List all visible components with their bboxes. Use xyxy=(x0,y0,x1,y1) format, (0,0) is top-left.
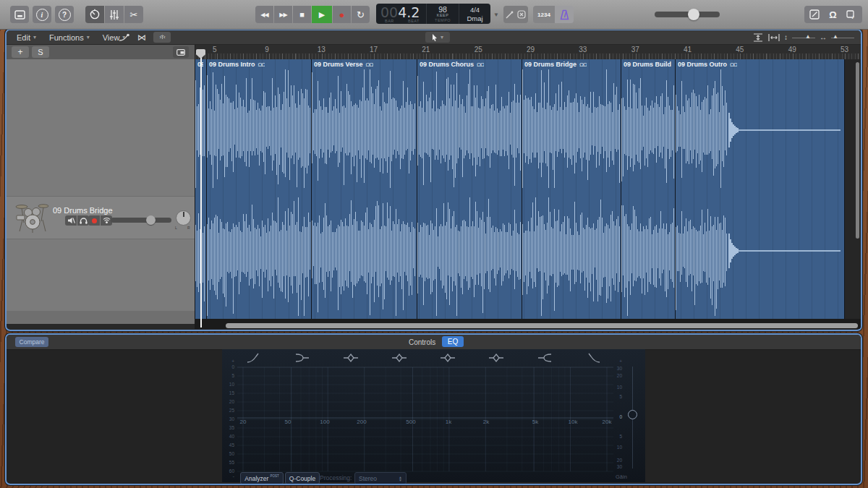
eq-freq-label: 10k xyxy=(569,419,578,425)
eq-db-label: 5 xyxy=(223,373,234,378)
lcd-display[interactable]: 004.2 BAR BEAT 98 KEEP TEMPO 4/4 Dmaj xyxy=(376,4,490,24)
region-name: 09 Drums Bridge xyxy=(524,61,576,68)
mute-solo-group xyxy=(65,215,89,226)
track-header-config-button[interactable] xyxy=(173,46,189,58)
playhead-line[interactable] xyxy=(200,50,202,328)
horizontal-zoom-icon: ↔ xyxy=(820,33,827,41)
view-mode-group: ✂ xyxy=(85,6,143,23)
solo-label: S xyxy=(38,48,43,56)
record-button[interactable]: ● xyxy=(333,6,351,23)
media-browser-button[interactable]: ♪ xyxy=(846,9,857,20)
region-09-drums-bridge[interactable]: 09 Drums BridgeΩΩ xyxy=(524,61,587,68)
eq-db-label: 40 xyxy=(223,434,234,439)
count-in-button[interactable]: 1234 xyxy=(533,6,555,23)
join-regions-icon[interactable]: ⋈ xyxy=(137,33,146,43)
track-volume-thumb[interactable] xyxy=(146,215,156,225)
track-volume-slider[interactable] xyxy=(111,218,171,223)
ruler-bar-label: 45 xyxy=(736,46,744,53)
bar-ruler[interactable]: 591317212529333741454953 xyxy=(195,45,861,59)
count-in-metronome-group: 1234 xyxy=(533,6,574,23)
region-09-drums-outro[interactable]: 09 Drums OutroΩΩ xyxy=(678,61,737,68)
record-enable-button[interactable] xyxy=(88,215,100,226)
headphones-icon xyxy=(80,217,88,224)
pan-knob[interactable] xyxy=(176,210,191,226)
tab-controls[interactable]: Controls xyxy=(409,337,435,347)
eq-gain-scale-label: + xyxy=(610,359,622,364)
mixer-button[interactable] xyxy=(105,6,124,23)
ruler-bar-label: 9 xyxy=(265,46,269,53)
eq-freq-label: 20k xyxy=(603,419,612,425)
lcd-chevron-icon[interactable]: ▼ xyxy=(493,12,499,18)
chevron-down-icon: ▾ xyxy=(33,34,36,40)
stop-button[interactable]: ■ xyxy=(293,6,311,23)
cycle-button[interactable]: ↻ xyxy=(352,6,370,23)
horizontal-zoom-slider[interactable]: ▲ xyxy=(831,33,854,42)
lcd-bar-ghost: 00 xyxy=(380,4,398,20)
quick-help-button[interactable]: ? xyxy=(55,6,74,23)
tuner-icon[interactable] xyxy=(506,11,514,19)
loop-browser-button[interactable]: Ω xyxy=(829,9,836,20)
main-toolbar: i ? ✂ ◀◀ ▶▶ ■ ▶ ● ↻ 004.2 BAR BEAT xyxy=(0,0,868,30)
notepad-button[interactable] xyxy=(809,9,820,20)
cut-sections-button[interactable]: ✂ xyxy=(124,6,143,23)
autopunch-icon[interactable] xyxy=(517,10,526,19)
master-volume-slider[interactable] xyxy=(655,12,720,17)
project-media-button[interactable] xyxy=(10,6,29,23)
eq-graph[interactable] xyxy=(222,349,645,482)
vertical-zoom-thumb[interactable]: ▲ xyxy=(805,33,811,40)
ruler-bar-label: 37 xyxy=(631,46,639,53)
eq-gain-scale-label: 5 xyxy=(610,434,622,439)
vertical-scrollbar[interactable] xyxy=(856,62,859,239)
add-track-button[interactable]: + xyxy=(12,46,29,58)
loop-icon: ΩΩ xyxy=(477,61,484,67)
region-name: 09 Drums Verse xyxy=(314,61,363,68)
play-icon: ▶ xyxy=(319,10,325,20)
menu-functions[interactable]: Functions▾ xyxy=(49,33,90,42)
rewind-button[interactable]: ◀◀ xyxy=(255,6,273,23)
eq-panel[interactable]: +051015202530354045505560- 2050100200500… xyxy=(222,349,645,482)
track-header[interactable]: 09 Drums Bridge xyxy=(7,196,195,239)
master-solo-button[interactable]: S xyxy=(32,46,49,58)
track-name[interactable]: 09 Drums Bridge xyxy=(53,206,113,215)
automation-curve-icon[interactable] xyxy=(119,33,130,42)
audio-track-lane[interactable] xyxy=(195,59,861,319)
analyzer-button[interactable]: Analyzer POST xyxy=(240,472,284,484)
metronome-button[interactable] xyxy=(555,6,574,23)
zoom-to-fit-icon[interactable] xyxy=(768,33,780,42)
region-09-drums-chorus[interactable]: 09 Drums ChorusΩΩ xyxy=(420,61,484,68)
eq-db-label: 0 xyxy=(223,364,234,369)
eq-gain-knob[interactable] xyxy=(628,410,637,419)
snap-to-transient-button[interactable]: ›Ṫ‹ xyxy=(153,32,171,43)
region-09-drums-intro[interactable]: 09 Drums IntroΩΩ xyxy=(209,61,265,68)
mute-button[interactable] xyxy=(65,215,77,226)
processing-mode-dropdown[interactable]: Stereo ▲▼ xyxy=(354,472,407,484)
ruler-bar-label: 17 xyxy=(370,46,378,53)
drum-kit-icon xyxy=(15,201,50,234)
vertical-zoom-slider[interactable]: ▲ xyxy=(792,33,815,42)
vertical-auto-zoom-icon[interactable] xyxy=(752,33,764,42)
record-enable-icon xyxy=(92,218,97,223)
eq-db-label: 50 xyxy=(223,451,234,456)
solo-button[interactable] xyxy=(77,215,89,226)
eq-freq-label: 50 xyxy=(285,419,292,425)
master-volume-thumb[interactable] xyxy=(688,9,699,20)
compare-button[interactable]: Compare xyxy=(15,337,48,347)
eq-db-label: 25 xyxy=(223,408,234,413)
region-09-drums-build[interactable]: 09 Drums Build xyxy=(624,61,671,68)
horizontal-zoom-thumb[interactable]: ▲ xyxy=(833,33,838,40)
play-button[interactable]: ▶ xyxy=(312,6,332,23)
info-button[interactable]: i xyxy=(33,6,51,23)
horizontal-scrollbar[interactable] xyxy=(226,323,858,328)
loop-icon: ΩΩ xyxy=(366,61,373,67)
pan-right-label: R xyxy=(187,226,190,230)
forward-button[interactable]: ▶▶ xyxy=(274,6,292,23)
tool-selector[interactable]: ▾ xyxy=(425,32,450,43)
record-monitor-group xyxy=(88,215,112,226)
tab-eq[interactable]: EQ xyxy=(442,336,464,347)
smart-controls-pane: Compare Controls EQ +0510152025303540455… xyxy=(5,333,862,485)
q-couple-button[interactable]: Q-Couple xyxy=(285,472,320,484)
menu-edit[interactable]: Edit▾ xyxy=(17,33,36,42)
region-09-drums-verse[interactable]: 09 Drums VerseΩΩ xyxy=(314,61,373,68)
smart-controls-button[interactable] xyxy=(85,6,104,23)
eq-gain-scale-label: 30 xyxy=(610,366,622,371)
